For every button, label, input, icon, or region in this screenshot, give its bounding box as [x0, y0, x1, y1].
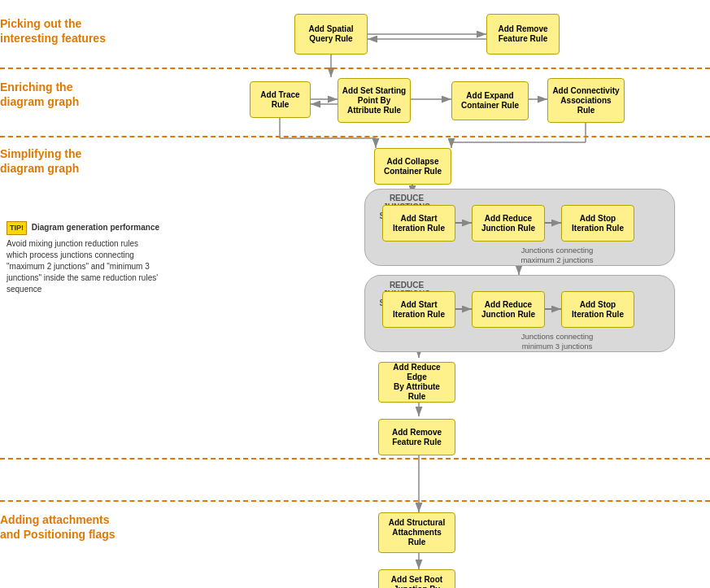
- tip-box: TIP! Diagram generation performance Avoi…: [7, 221, 161, 295]
- stop-iteration-rule-2[interactable]: Add Stop Iteration Rule: [561, 291, 634, 328]
- section-label-simplifying: Simplifying the diagram graph: [0, 146, 118, 176]
- stop-iteration-rule-1[interactable]: Add Stop Iteration Rule: [561, 205, 634, 242]
- remove-feature-rule-2[interactable]: Add Remove Feature Rule: [378, 419, 455, 455]
- spatial-query-rule[interactable]: Add Spatial Query Rule: [294, 14, 368, 54]
- divider-3: [0, 458, 710, 460]
- diagram-container: Picking out the interesting features Enr…: [0, 0, 710, 588]
- trace-rule[interactable]: Add Trace Rule: [250, 81, 311, 118]
- tip-header: TIP! Diagram generation performance: [7, 221, 161, 235]
- expand-container-rule[interactable]: Add Expand Container Rule: [451, 81, 529, 120]
- set-root-junction-rule[interactable]: Add Set Root Junction By Attribute Rule: [378, 569, 455, 588]
- junctions-note-2: Junctions connectingminimum 3 junctions: [488, 332, 626, 352]
- reduce-junction-rule-2[interactable]: Add Reduce Junction Rule: [472, 291, 545, 328]
- tip-title: Diagram generation performance: [32, 223, 159, 232]
- divider-1: [0, 68, 710, 69]
- set-starting-point-rule[interactable]: Add Set Starting Point By Attribute Rule: [338, 78, 411, 123]
- divider-2: [0, 136, 710, 137]
- collapse-container-rule[interactable]: Add Collapse Container Rule: [374, 148, 451, 185]
- junctions-note-1: Junctions connectingmaximum 2 junctions: [488, 246, 626, 266]
- start-iteration-rule-1[interactable]: Add Start Iteration Rule: [382, 205, 455, 242]
- section-label-adding: Adding attachments and Positioning flags: [0, 512, 118, 542]
- reduce-junction-rule-1[interactable]: Add Reduce Junction Rule: [472, 205, 545, 242]
- tip-body: Avoid mixing junction reduction rules wh…: [7, 238, 161, 295]
- reduce-edge-rule[interactable]: Add Reduce Edge By Attribute Rule: [378, 362, 455, 403]
- remove-feature-rule-1[interactable]: Add Remove Feature Rule: [486, 14, 560, 54]
- section-label-picking: Picking out the interesting features: [0, 16, 118, 46]
- divider-4: [0, 500, 710, 502]
- start-iteration-rule-2[interactable]: Add Start Iteration Rule: [382, 291, 455, 328]
- structural-attachments-rule[interactable]: Add Structural Attachments Rule: [378, 512, 455, 553]
- tip-icon: TIP!: [7, 221, 27, 235]
- section-label-enriching: Enriching the diagram graph: [0, 80, 118, 109]
- connectivity-associations-rule[interactable]: Add Connectivity Associations Rule: [547, 78, 625, 123]
